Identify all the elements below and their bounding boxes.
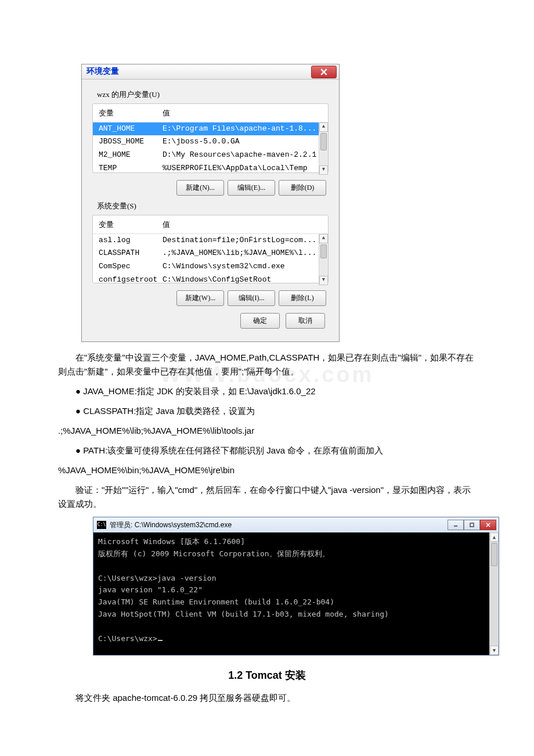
scrollbar[interactable]: ▲ ▼ bbox=[319, 123, 328, 175]
scroll-down-icon[interactable]: ▼ bbox=[319, 276, 328, 285]
table-row[interactable]: M2_HOMED:\My Resources\apache-maven-2.2.… bbox=[93, 149, 328, 162]
scrollbar[interactable]: ▲ ▼ bbox=[319, 234, 328, 285]
ok-button[interactable]: 确定 bbox=[240, 313, 280, 329]
col-variable: 变量 bbox=[99, 107, 163, 120]
cursor-icon bbox=[158, 640, 163, 641]
table-row[interactable]: configsetrootC:\Windows\ConfigSetRoot bbox=[93, 273, 328, 287]
cmd-output: Microsoft Windows [版本 6.1.7600] 版权所有 (c)… bbox=[93, 532, 499, 655]
paragraph: %JAVA_HOME%\bin;%JAVA_HOME%\jre\bin bbox=[58, 463, 476, 477]
user-new-button[interactable]: 新建(N)... bbox=[176, 180, 224, 196]
sys-delete-button[interactable]: 删除(L) bbox=[279, 290, 326, 306]
minimize-icon[interactable] bbox=[448, 520, 464, 530]
cmd-icon: C:\ bbox=[97, 521, 106, 529]
col-value: 值 bbox=[163, 219, 322, 231]
paragraph: 将文件夹 apache-tomcat-6.0.29 拷贝至服务器硬盘即可。 bbox=[58, 691, 476, 705]
table-row[interactable]: JBOSS_HOMEE:\jboss-5.0.0.GA bbox=[93, 135, 328, 149]
sys-edit-button[interactable]: 编辑(I)... bbox=[228, 290, 275, 306]
system-vars-table: 变量 值 asl.logDestination=file;OnFirstLog=… bbox=[92, 215, 329, 283]
user-vars-table: 变量 值 ANT_HOMEE:\Program Files\apache-ant… bbox=[92, 103, 329, 173]
table-row[interactable]: ANT_HOMEE:\Program Files\apache-ant-1.8.… bbox=[93, 123, 328, 136]
env-vars-dialog: 环境变量 wzx 的用户变量(U) 变量 值 ANT_HOMEE:\Progra… bbox=[81, 64, 340, 342]
svg-rect-1 bbox=[470, 523, 474, 527]
scroll-down-icon[interactable]: ▼ bbox=[490, 646, 499, 655]
scrollbar[interactable]: ▲ ▼ bbox=[489, 532, 499, 655]
sys-new-button[interactable]: 新建(W)... bbox=[176, 290, 224, 306]
paragraph: ● CLASSPATH:指定 Java 加载类路径，设置为 bbox=[58, 404, 476, 418]
close-icon[interactable] bbox=[311, 66, 337, 78]
col-value: 值 bbox=[163, 107, 322, 120]
paragraph: 验证："开始""运行"，输入"cmd"，然后回车，在命令行窗口中键入"java … bbox=[58, 483, 476, 511]
paragraph: ● PATH:该变量可使得系统在任何路径下都能识别 Java 命令，在原有值前面… bbox=[58, 444, 476, 458]
user-delete-button[interactable]: 删除(D) bbox=[279, 180, 326, 196]
dialog-title: 环境变量 bbox=[82, 65, 311, 78]
maximize-icon[interactable] bbox=[464, 520, 480, 530]
scroll-down-icon[interactable]: ▼ bbox=[319, 165, 328, 175]
scroll-up-icon[interactable]: ▲ bbox=[490, 532, 499, 542]
user-vars-label: wzx 的用户变量(U) bbox=[97, 89, 329, 101]
dialog-titlebar: 环境变量 bbox=[82, 64, 339, 80]
col-variable: 变量 bbox=[99, 219, 163, 231]
section-heading: 1.2 Tomcat 安装 bbox=[58, 667, 476, 684]
close-icon[interactable] bbox=[480, 520, 496, 530]
table-row[interactable]: CLASSPATH.;%JAVA_HOME%\lib;%JAVA_HOME%\l… bbox=[93, 247, 328, 260]
table-row[interactable]: asl.logDestination=file;OnFirstLog=com..… bbox=[93, 234, 328, 247]
cmd-titlebar: C:\ 管理员: C:\Windows\system32\cmd.exe bbox=[93, 517, 499, 532]
table-row[interactable]: TEMP%USERPROFILE%\AppData\Local\Temp bbox=[93, 162, 328, 175]
paragraph: ● JAVA_HOME:指定 JDK 的安装目录，如 E:\Java\jdk1.… bbox=[58, 384, 476, 398]
cmd-window: C:\ 管理员: C:\Windows\system32\cmd.exe Mic… bbox=[93, 517, 499, 656]
scroll-up-icon[interactable]: ▲ bbox=[319, 123, 328, 132]
scroll-up-icon[interactable]: ▲ bbox=[319, 234, 328, 243]
cancel-button[interactable]: 取消 bbox=[286, 313, 325, 329]
paragraph: 在"系统变量"中设置三个变量，JAVA_HOME,Path,CLASSPATH，… bbox=[58, 351, 476, 379]
cmd-title-text: 管理员: C:\Windows\system32\cmd.exe bbox=[110, 520, 448, 531]
system-vars-label: 系统变量(S) bbox=[97, 200, 329, 213]
table-row[interactable]: ComSpecC:\Windows\system32\cmd.exe bbox=[93, 260, 328, 273]
user-edit-button[interactable]: 编辑(E)... bbox=[228, 180, 275, 196]
paragraph: .;%JAVA_HOME%\lib;%JAVA_HOME%\lib\tools.… bbox=[58, 424, 476, 438]
